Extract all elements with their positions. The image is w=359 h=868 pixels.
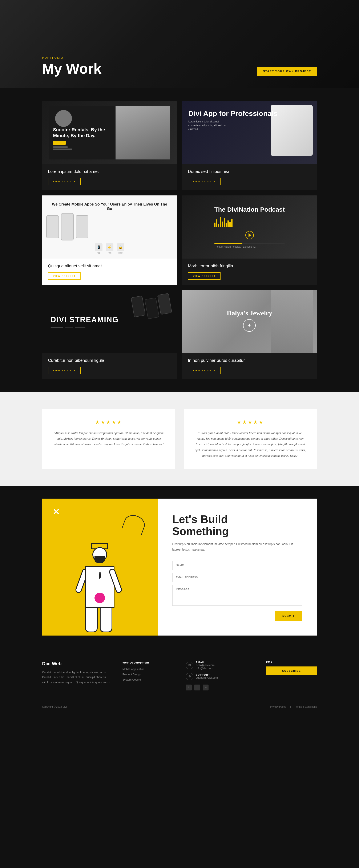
footer-link-mobile[interactable]: Mobile Application [122, 668, 173, 671]
support-label: SUPPORT [196, 674, 218, 676]
view-streaming-button[interactable]: VIEW PROJECT [48, 367, 81, 374]
view-podcast-button[interactable]: VIEW PROJECT [188, 272, 220, 280]
email-input[interactable] [172, 572, 302, 582]
portfolio-card-jewelry: Dalya's Jewelry ✦ In non pulvinar purus … [182, 290, 317, 379]
card-mobile-image: We Create Mobile Apps So Your Users Enjo… [42, 195, 177, 258]
phone-mock-1 [46, 215, 59, 238]
mobile-icon-label-3: Secure [117, 252, 123, 254]
footer-bottom: Copyright © 2022 Divi. Privacy Policy | … [42, 701, 317, 708]
testimonial-text-1: "Aliquet nisl. Nulla tempor mauris sed p… [53, 430, 165, 447]
testimonials-section: ★★★★★ "Aliquet nisl. Nulla tempor mauris… [0, 392, 359, 486]
footer-email-info: EMAIL hello@divi.com info@divi.com [196, 661, 214, 670]
card-divi-app-bottom: Donec sed finibus nisi VIEW PROJECT [182, 164, 317, 190]
footer-legal-divider: | [290, 705, 291, 708]
mobile-icon-label-2: Fast [108, 252, 112, 254]
person-legs [85, 607, 115, 632]
contact-title-line2: Something [172, 525, 229, 537]
view-scooter-button[interactable]: VIEW PROJECT [48, 178, 81, 185]
name-input[interactable] [172, 561, 302, 570]
mobile-icons-row: 📱 App ⚡ Fast 🔒 Secure [46, 243, 173, 254]
pen-svg [95, 571, 104, 580]
svg-marker-1 [99, 578, 101, 579]
phone-mock-2 [61, 213, 73, 241]
card-mobile-title: Quisque aliquet velit sit amet [48, 264, 171, 269]
mobile-icon-box-3: 🔒 [117, 243, 124, 251]
view-mobile-button[interactable]: VIEW PROJECT [48, 272, 81, 280]
footer-brand-desc: Curabitur non bibendum ligula. In non pu… [42, 670, 110, 685]
portfolio-grid: Scooter Rentals. By the Minute, By the D… [42, 101, 317, 379]
submit-button[interactable]: SUBMIT [275, 611, 302, 621]
support-value: support@divi.com [196, 676, 218, 679]
divi-app-card-title: Divi App for Professionals [188, 110, 277, 118]
bar-8 [228, 220, 229, 227]
podcast-card-title: The DiviNation Podcast [214, 206, 285, 213]
person-leg-left [85, 607, 98, 632]
card-streaming-image: DIVI STREAMING [42, 290, 177, 353]
pink-circle [94, 593, 105, 603]
start-project-button[interactable]: START YOUR OWN PROJECT [257, 67, 317, 76]
contact-title: Let's Build Something [172, 513, 302, 537]
footer-brand-col: Divi Web Curabitur non bibendum ligula. … [42, 661, 110, 690]
contact-form-area: Let's Build Something Orci turpis eu tin… [158, 499, 317, 636]
contact-illustration: ✕ [42, 499, 158, 636]
view-jewelry-button[interactable]: VIEW PROJECT [188, 367, 220, 374]
instagram-icon[interactable]: in [203, 685, 209, 690]
hero-title: My Work [42, 61, 101, 76]
footer-brand-name: Divi Web [42, 661, 110, 666]
message-input[interactable] [172, 585, 302, 606]
card-scooter-title: Lorem ipsum dolor sit amet [48, 169, 171, 174]
portfolio-card-scooter: Scooter Rentals. By the Minute, By the D… [42, 101, 177, 190]
footer-support-info: SUPPORT support@divi.com [196, 674, 218, 679]
scooter-inner: Scooter Rentals. By the Minute, By the D… [49, 106, 170, 159]
footer-nav-title: Web Development [122, 661, 173, 664]
testimonial-card-2: ★★★★★ "Etiam quis blandit erat. Donec la… [184, 409, 317, 469]
jewelry-card-title: Dalya's Jewelry [227, 309, 272, 317]
bar-2 [216, 219, 217, 227]
hero-section: PORTFOLIO My Work START YOUR OWN PROJECT [0, 0, 359, 88]
footer-link-product[interactable]: Product Design [122, 673, 173, 676]
email-label: EMAIL [196, 661, 214, 663]
scooter-card-title: Scooter Rentals. By the Minute, By the D… [53, 127, 111, 139]
footer-email-row: ✉ EMAIL hello@divi.com info@divi.com [186, 661, 253, 670]
testimonial-stars-2: ★★★★★ [194, 419, 306, 425]
privacy-policy-link[interactable]: Privacy Policy [270, 705, 286, 708]
podcast-bars [214, 217, 285, 227]
mobile-icon-label-1: App [97, 252, 100, 254]
card-scooter-bottom: Lorem ipsum dolor sit amet VIEW PROJECT [42, 164, 177, 190]
view-divi-app-button[interactable]: VIEW PROJECT [188, 178, 220, 185]
subscribe-button[interactable]: SUBSCRIBE [266, 666, 317, 675]
mobile-card-title: We Create Mobile Apps So Your Users Enjo… [46, 200, 173, 213]
bar-6 [224, 218, 225, 227]
testimonial-card-1: ★★★★★ "Aliquet nisl. Nulla tempor mauris… [42, 409, 175, 469]
portfolio-section: Scooter Rentals. By the Minute, By the D… [0, 88, 359, 392]
mobile-icon-1: 📱 App [95, 243, 102, 254]
portfolio-card-divi-app: Divi App for Professionals Lorem ipsum d… [182, 101, 317, 190]
footer-subscribe-col: EMAIL SUBSCRIBE [266, 661, 317, 690]
email-value-1: hello@divi.com [196, 663, 214, 667]
facebook-icon[interactable]: f [186, 685, 192, 690]
twitter-icon[interactable]: t [194, 685, 200, 690]
person-leg-right [100, 607, 112, 632]
footer: Divi Web Curabitur non bibendum ligula. … [0, 648, 359, 717]
terms-conditions-link[interactable]: Terms & Conditions [295, 705, 317, 708]
mobile-icon-box-2: ⚡ [106, 243, 113, 251]
streaming-card-title: DIVI STREAMING [51, 315, 119, 324]
contact-illustration-area: ✕ [42, 499, 158, 636]
contact-section: ✕ [0, 486, 359, 648]
illus-person [72, 547, 127, 636]
footer-legal: Privacy Policy | Terms & Conditions [270, 705, 317, 708]
pen-icon-area [95, 571, 104, 580]
card-podcast-image: The DiviNation Podcast [182, 195, 317, 258]
bar-7 [226, 223, 227, 227]
footer-social: f t in [186, 685, 253, 690]
illus-x-mark: ✕ [53, 507, 60, 517]
footer-link-system[interactable]: System Coding [122, 678, 173, 681]
mobile-icon-box-1: 📱 [95, 243, 102, 251]
testimonial-text-2: "Etiam quis blandit erat. Donec laoreet … [194, 430, 306, 459]
card-divi-app-title: Donec sed finibus nisi [188, 169, 311, 174]
phone-mock-3 [76, 215, 88, 238]
card-scooter-image: Scooter Rentals. By the Minute, By the D… [42, 101, 177, 164]
bar-5 [222, 221, 223, 227]
bar-3 [218, 224, 219, 227]
hero-content: PORTFOLIO My Work START YOUR OWN PROJECT [42, 56, 317, 76]
